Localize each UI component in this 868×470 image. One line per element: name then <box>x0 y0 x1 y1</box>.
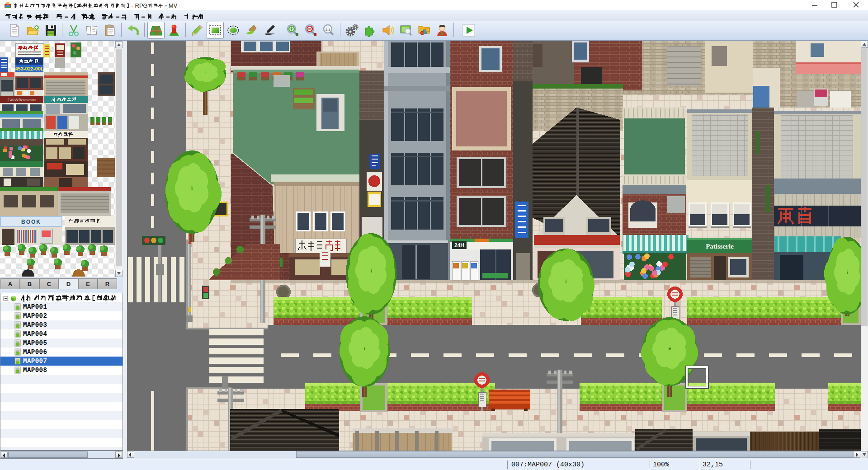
svg-text:Patisserie: Patisserie <box>706 243 734 250</box>
svg-text:1:1: 1:1 <box>326 28 331 32</box>
svg-text:Cafe&Restaurant: Cafe&Restaurant <box>8 98 36 102</box>
svg-text:453-022-00L: 453-022-00L <box>15 66 44 71</box>
svg-text:BOOK: BOOK <box>21 219 41 225</box>
svg-text:24H: 24H <box>454 242 464 249</box>
